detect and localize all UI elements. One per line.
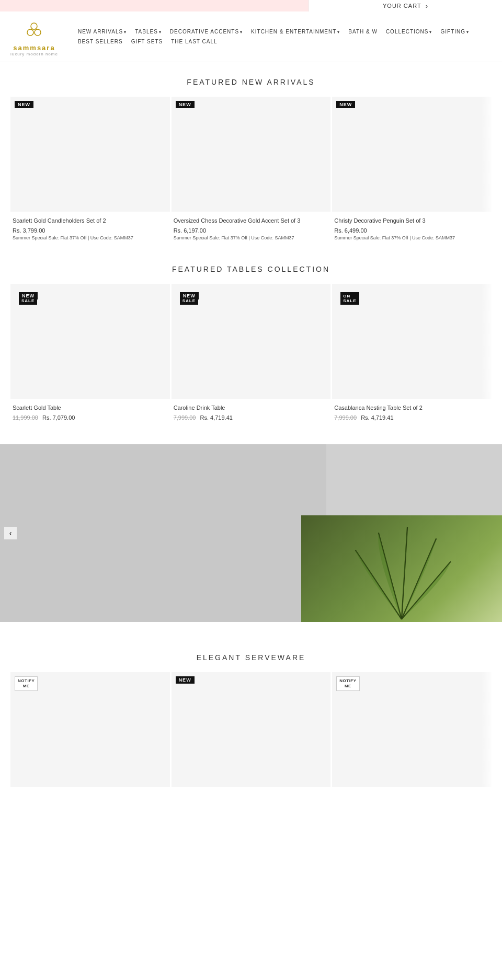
- nav-collections[interactable]: COLLECTIONS: [382, 27, 437, 37]
- svg-point-1: [27, 29, 33, 36]
- arrival-product-image-3: NEW: [332, 97, 492, 212]
- banner-prev-button[interactable]: ‹: [4, 527, 17, 539]
- table-product-info-1: Scarlett Gold Table 11,999.00 Rs. 7,079.…: [10, 399, 170, 429]
- arrivals-product-row: NEW Scarlett Gold Candleholders Set of 2…: [10, 97, 492, 249]
- new-badge-2: NEW: [176, 101, 195, 108]
- banner-image-right: [301, 515, 502, 622]
- table-product-1[interactable]: ONSALE NEW Scarlett Gold Table 11,999.00…: [10, 284, 170, 429]
- nav-new-arrivals[interactable]: NEW ARRIVALS: [74, 27, 131, 37]
- logo-icon: [21, 17, 47, 43]
- svg-point-0: [31, 23, 37, 29]
- nav-gifting[interactable]: GIFTING: [436, 27, 473, 37]
- logo-name: sammsara: [13, 44, 55, 52]
- tables-product-row: ONSALE NEW Scarlett Gold Table 11,999.00…: [10, 284, 492, 429]
- table-sale-price-1: Rs. 7,079.00: [42, 414, 75, 421]
- arrival-product-promo-3: Summer Special Sale: Flat 37% Off | Use …: [334, 235, 489, 241]
- arrival-product-promo-1: Summer Special Sale: Flat 37% Off | Use …: [13, 235, 168, 241]
- header: sammsara luxury modern home NEW ARRIVALS…: [0, 11, 502, 62]
- main-nav: NEW ARRIVALS TABLES DECORATIVE ACCENTS K…: [74, 27, 492, 47]
- serveware-info-3: [332, 787, 492, 803]
- table-product-image-2: ONSALE NEW: [172, 284, 331, 399]
- arrival-product-info-2: Oversized Chess Decorative Gold Accent S…: [172, 212, 331, 249]
- palm-decoration: [301, 515, 502, 622]
- serveware-title: ELEGANT SERVEWARE: [10, 638, 492, 672]
- new-badge-serveware: NEW: [176, 676, 195, 684]
- table-product-name-1: Scarlett Gold Table: [13, 404, 168, 412]
- arrival-product-image-1: NEW: [10, 97, 170, 212]
- arrival-product-3[interactable]: NEW Christy Decorative Penguin Set of 3 …: [332, 97, 492, 249]
- serveware-product-2[interactable]: NEW: [172, 672, 331, 803]
- new-badge-table-2: NEW: [180, 292, 199, 299]
- arrival-product-price-3: Rs. 6,499.00: [334, 227, 489, 234]
- arrival-product-price-2: Rs. 6,197.00: [174, 227, 329, 234]
- new-badge-1: NEW: [15, 101, 33, 108]
- arrival-product-price-1: Rs. 3,799.00: [13, 227, 168, 234]
- table-product-price-1: 11,999.00 Rs. 7,079.00: [13, 414, 168, 421]
- nav-tables[interactable]: TABLES: [131, 27, 166, 37]
- serveware-product-3[interactable]: NOTIFYME: [332, 672, 492, 803]
- table-sale-price-2: Rs. 4,719.41: [200, 414, 233, 421]
- nav-gift-sets[interactable]: GIFT SETS: [127, 37, 167, 47]
- table-product-name-3: Casablanca Nesting Table Set of 2: [334, 404, 489, 412]
- table-sale-price-3: Rs. 4,719.41: [361, 414, 393, 421]
- logo-tagline: luxury modern home: [10, 52, 58, 56]
- serveware-section: ELEGANT SERVEWARE NOTIFYME NEW NOTIFYME: [0, 638, 502, 818]
- nav-best-sellers[interactable]: BEST SELLERS: [74, 37, 127, 47]
- serveware-image-2: NEW: [172, 672, 331, 787]
- arrival-product-name-3: Christy Decorative Penguin Set of 3: [334, 217, 489, 225]
- nav-last-call[interactable]: THE LAST CALL: [167, 37, 221, 47]
- cart-arrow-icon: ›: [426, 2, 428, 10]
- banner-image-left: [0, 444, 326, 622]
- table-product-image-1: ONSALE NEW: [10, 284, 170, 399]
- featured-arrivals-section: FEATURED NEW ARRIVALS NEW Scarlett Gold …: [0, 62, 502, 249]
- banner-section: ‹: [0, 444, 502, 622]
- cart-label: YOUR CART: [383, 3, 421, 9]
- cart-bar[interactable]: YOUR CART ›: [309, 0, 502, 11]
- serveware-product-row: NOTIFYME NEW NOTIFYME: [10, 672, 492, 803]
- serveware-info-2: [172, 787, 331, 803]
- featured-tables-title: FEATURED TABLES COLLECTION: [10, 249, 492, 284]
- palm-svg: [301, 515, 502, 622]
- on-sale-badge-3: ONSALE: [340, 292, 359, 305]
- table-original-price-1: 11,999.00: [13, 414, 38, 421]
- arrival-product-2[interactable]: NEW Oversized Chess Decorative Gold Acce…: [172, 97, 331, 249]
- table-product-price-2: 7,999.00 Rs. 4,719.41: [174, 414, 329, 421]
- serveware-info-1: [10, 787, 170, 803]
- table-product-name-2: Caroline Drink Table: [174, 404, 329, 412]
- featured-tables-section: FEATURED TABLES COLLECTION ONSALE NEW Sc…: [0, 249, 502, 429]
- table-product-3[interactable]: ONSALE Casablanca Nesting Table Set of 2…: [332, 284, 492, 429]
- announcement-bar: YOUR CART ›: [0, 0, 502, 11]
- table-product-info-2: Caroline Drink Table 7,999.00 Rs. 4,719.…: [172, 399, 331, 429]
- arrival-product-1[interactable]: NEW Scarlett Gold Candleholders Set of 2…: [10, 97, 170, 249]
- arrival-product-promo-2: Summer Special Sale: Flat 37% Off | Use …: [174, 235, 329, 241]
- arrival-product-info-1: Scarlett Gold Candleholders Set of 2 Rs.…: [10, 212, 170, 249]
- notify-badge-1[interactable]: NOTIFYME: [15, 676, 38, 690]
- nav-bath[interactable]: BATH & W: [344, 27, 382, 37]
- table-product-image-3: ONSALE: [332, 284, 492, 399]
- arrival-product-name-2: Oversized Chess Decorative Gold Accent S…: [174, 217, 329, 225]
- table-product-info-3: Casablanca Nesting Table Set of 2 7,999.…: [332, 399, 492, 429]
- notify-badge-2[interactable]: NOTIFYME: [336, 676, 359, 690]
- serveware-image-3: NOTIFYME: [332, 672, 492, 787]
- table-original-price-2: 7,999.00: [174, 414, 196, 421]
- arrival-product-name-1: Scarlett Gold Candleholders Set of 2: [13, 217, 168, 225]
- serveware-image-1: NOTIFYME: [10, 672, 170, 787]
- serveware-product-1[interactable]: NOTIFYME: [10, 672, 170, 803]
- svg-point-2: [35, 29, 41, 36]
- table-product-2[interactable]: ONSALE NEW Caroline Drink Table 7,999.00…: [172, 284, 331, 429]
- new-badge-table-1: NEW: [19, 292, 38, 299]
- arrival-product-image-2: NEW: [172, 97, 331, 212]
- table-original-price-3: 7,999.00: [334, 414, 357, 421]
- nav-decorative[interactable]: DECORATIVE ACCENTS: [166, 27, 247, 37]
- new-badge-3: NEW: [336, 101, 355, 108]
- featured-arrivals-title: FEATURED NEW ARRIVALS: [10, 62, 492, 97]
- nav-kitchen[interactable]: KITCHEN & ENTERTAINMENT: [247, 27, 344, 37]
- logo-area[interactable]: sammsara luxury modern home: [10, 17, 58, 56]
- arrival-product-info-3: Christy Decorative Penguin Set of 3 Rs. …: [332, 212, 492, 249]
- table-product-price-3: 7,999.00 Rs. 4,719.41: [334, 414, 489, 421]
